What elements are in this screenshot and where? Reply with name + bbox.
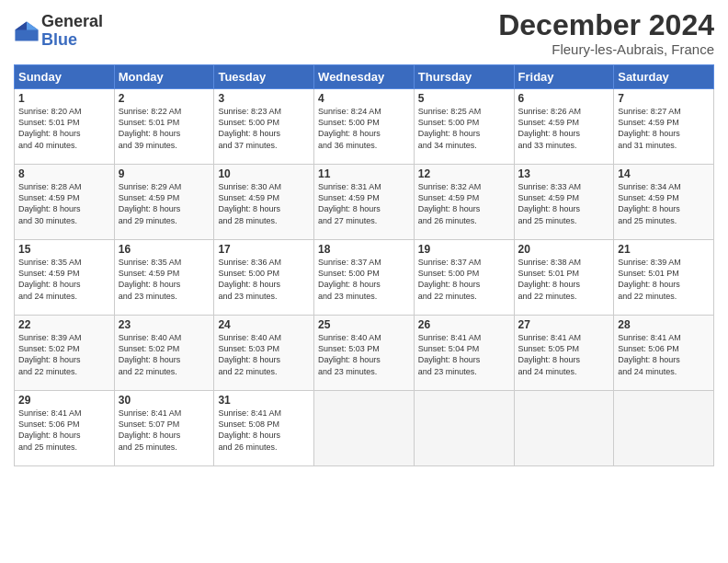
day-info: Sunrise: 8:41 AM Sunset: 5:06 PM Dayligh… [18,408,110,453]
day-info: Sunrise: 8:35 AM Sunset: 4:59 PM Dayligh… [119,257,210,302]
day-number: 6 [518,92,610,105]
calendar-cell [514,391,614,466]
day-number: 5 [418,92,510,105]
month-title: December 2024 [498,9,714,41]
calendar-cell [414,391,514,466]
day-number: 2 [119,92,210,105]
day-info: Sunrise: 8:40 AM Sunset: 5:03 PM Dayligh… [218,332,310,377]
day-info: Sunrise: 8:35 AM Sunset: 4:59 PM Dayligh… [18,257,110,302]
day-number: 25 [318,318,410,331]
calendar-cell: 14Sunrise: 8:34 AM Sunset: 4:59 PM Dayli… [614,165,714,240]
day-info: Sunrise: 8:41 AM Sunset: 5:06 PM Dayligh… [618,332,710,377]
logo: General Blue [14,13,103,50]
calendar-cell: 22Sunrise: 8:39 AM Sunset: 5:02 PM Dayli… [15,316,115,391]
day-info: Sunrise: 8:29 AM Sunset: 4:59 PM Dayligh… [119,181,210,226]
week-row-4: 22Sunrise: 8:39 AM Sunset: 5:02 PM Dayli… [15,316,714,391]
svg-marker-1 [27,21,39,29]
day-info: Sunrise: 8:41 AM Sunset: 5:04 PM Dayligh… [418,332,510,377]
day-number: 26 [418,318,510,331]
calendar-cell: 7Sunrise: 8:27 AM Sunset: 4:59 PM Daylig… [614,89,714,165]
logo-text-blue: Blue [41,31,103,50]
day-number: 19 [418,243,510,256]
day-info: Sunrise: 8:41 AM Sunset: 5:07 PM Dayligh… [119,408,210,453]
header-day-sunday: Sunday [15,65,115,89]
calendar-cell: 1Sunrise: 8:20 AM Sunset: 5:01 PM Daylig… [15,89,115,165]
calendar-cell: 30Sunrise: 8:41 AM Sunset: 5:07 PM Dayli… [114,391,214,466]
day-info: Sunrise: 8:33 AM Sunset: 4:59 PM Dayligh… [518,181,610,226]
day-number: 18 [318,243,410,256]
day-info: Sunrise: 8:26 AM Sunset: 4:59 PM Dayligh… [518,106,610,151]
day-number: 14 [618,167,710,180]
day-number: 15 [18,243,110,256]
day-number: 10 [218,167,310,180]
calendar-cell: 6Sunrise: 8:26 AM Sunset: 4:59 PM Daylig… [514,89,614,165]
day-number: 24 [218,318,310,331]
day-info: Sunrise: 8:41 AM Sunset: 5:05 PM Dayligh… [518,332,610,377]
day-info: Sunrise: 8:32 AM Sunset: 4:59 PM Dayligh… [418,181,510,226]
calendar-cell: 8Sunrise: 8:28 AM Sunset: 4:59 PM Daylig… [15,165,115,240]
calendar-cell: 20Sunrise: 8:38 AM Sunset: 5:01 PM Dayli… [514,240,614,316]
day-info: Sunrise: 8:22 AM Sunset: 5:01 PM Dayligh… [119,106,210,151]
day-number: 27 [518,318,610,331]
calendar-cell: 24Sunrise: 8:40 AM Sunset: 5:03 PM Dayli… [214,316,314,391]
logo-icon [14,18,40,44]
day-info: Sunrise: 8:36 AM Sunset: 5:00 PM Dayligh… [218,257,310,302]
calendar-cell: 13Sunrise: 8:33 AM Sunset: 4:59 PM Dayli… [514,165,614,240]
day-number: 21 [618,243,710,256]
calendar-cell: 9Sunrise: 8:29 AM Sunset: 4:59 PM Daylig… [114,165,214,240]
calendar-cell: 15Sunrise: 8:35 AM Sunset: 4:59 PM Dayli… [15,240,115,316]
day-number: 1 [18,92,110,105]
day-info: Sunrise: 8:34 AM Sunset: 4:59 PM Dayligh… [618,181,710,226]
day-info: Sunrise: 8:38 AM Sunset: 5:01 PM Dayligh… [518,257,610,302]
header: General Blue December 2024 Fleury-les-Au… [14,9,714,57]
day-info: Sunrise: 8:24 AM Sunset: 5:00 PM Dayligh… [318,106,410,151]
header-day-thursday: Thursday [414,65,514,89]
day-number: 28 [618,318,710,331]
calendar-cell [314,391,415,466]
day-info: Sunrise: 8:39 AM Sunset: 5:01 PM Dayligh… [618,257,710,302]
calendar-cell: 16Sunrise: 8:35 AM Sunset: 4:59 PM Dayli… [114,240,214,316]
svg-marker-2 [15,21,27,29]
day-number: 4 [318,92,410,105]
calendar-cell: 18Sunrise: 8:37 AM Sunset: 5:00 PM Dayli… [314,240,415,316]
header-day-saturday: Saturday [614,65,714,89]
calendar-cell [614,391,714,466]
calendar-cell: 4Sunrise: 8:24 AM Sunset: 5:00 PM Daylig… [314,89,415,165]
day-number: 30 [119,394,210,407]
header-day-wednesday: Wednesday [314,65,415,89]
day-number: 23 [119,318,210,331]
calendar-cell: 3Sunrise: 8:23 AM Sunset: 5:00 PM Daylig… [214,89,314,165]
calendar-cell: 19Sunrise: 8:37 AM Sunset: 5:00 PM Dayli… [414,240,514,316]
day-number: 20 [518,243,610,256]
day-info: Sunrise: 8:39 AM Sunset: 5:02 PM Dayligh… [18,332,110,377]
title-area: December 2024 Fleury-les-Aubrais, France [498,9,714,57]
day-number: 13 [518,167,610,180]
calendar-cell: 21Sunrise: 8:39 AM Sunset: 5:01 PM Dayli… [614,240,714,316]
header-row: SundayMondayTuesdayWednesdayThursdayFrid… [15,65,714,89]
day-number: 17 [218,243,310,256]
header-day-friday: Friday [514,65,614,89]
day-number: 7 [618,92,710,105]
day-info: Sunrise: 8:31 AM Sunset: 4:59 PM Dayligh… [318,181,410,226]
day-number: 3 [218,92,310,105]
calendar-cell: 12Sunrise: 8:32 AM Sunset: 4:59 PM Dayli… [414,165,514,240]
day-number: 22 [18,318,110,331]
day-info: Sunrise: 8:41 AM Sunset: 5:08 PM Dayligh… [218,408,310,453]
week-row-2: 8Sunrise: 8:28 AM Sunset: 4:59 PM Daylig… [15,165,714,240]
day-info: Sunrise: 8:40 AM Sunset: 5:02 PM Dayligh… [119,332,210,377]
day-info: Sunrise: 8:27 AM Sunset: 4:59 PM Dayligh… [618,106,710,151]
calendar-cell: 31Sunrise: 8:41 AM Sunset: 5:08 PM Dayli… [214,391,314,466]
day-info: Sunrise: 8:37 AM Sunset: 5:00 PM Dayligh… [418,257,510,302]
calendar-cell: 26Sunrise: 8:41 AM Sunset: 5:04 PM Dayli… [414,316,514,391]
day-number: 8 [18,167,110,180]
calendar-cell: 17Sunrise: 8:36 AM Sunset: 5:00 PM Dayli… [214,240,314,316]
day-info: Sunrise: 8:23 AM Sunset: 5:00 PM Dayligh… [218,106,310,151]
day-info: Sunrise: 8:40 AM Sunset: 5:03 PM Dayligh… [318,332,410,377]
main-container: General Blue December 2024 Fleury-les-Au… [0,0,728,476]
calendar-cell: 23Sunrise: 8:40 AM Sunset: 5:02 PM Dayli… [114,316,214,391]
header-day-monday: Monday [114,65,214,89]
calendar-cell: 10Sunrise: 8:30 AM Sunset: 4:59 PM Dayli… [214,165,314,240]
day-number: 16 [119,243,210,256]
calendar-cell: 28Sunrise: 8:41 AM Sunset: 5:06 PM Dayli… [614,316,714,391]
calendar-cell: 25Sunrise: 8:40 AM Sunset: 5:03 PM Dayli… [314,316,415,391]
